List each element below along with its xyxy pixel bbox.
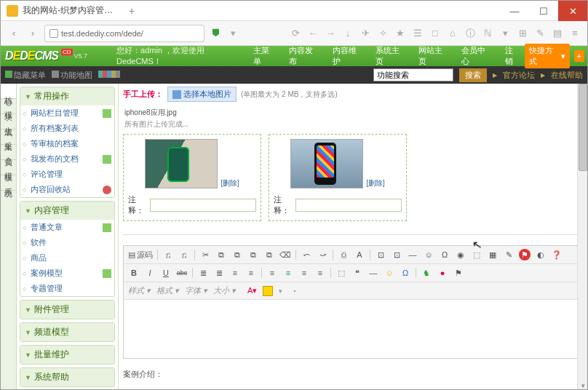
editor-icon[interactable]: ⧉	[263, 249, 275, 260]
toolbar-icon[interactable]: ✎	[533, 28, 547, 39]
text-color-button[interactable]: A▾	[247, 286, 257, 295]
toolbar-icon[interactable]: ☰	[411, 28, 424, 39]
delete-image-link[interactable]: [删除]	[220, 178, 239, 188]
editor-icon[interactable]: ☺	[384, 267, 395, 279]
editor-icon[interactable]: ≣	[197, 267, 209, 279]
editor-icon[interactable]: A	[354, 249, 365, 260]
editor-icon[interactable]: ❝	[351, 267, 363, 279]
menu-item[interactable]: 内容发布	[283, 43, 323, 69]
editor-icon[interactable]: ≡	[245, 267, 257, 279]
editor-icon[interactable]: ⎌	[178, 249, 190, 260]
toolbar-icon[interactable]: ✈	[359, 28, 372, 39]
function-search-input[interactable]	[373, 68, 453, 81]
more-button[interactable]	[294, 290, 295, 292]
group-header[interactable]: ▼系统帮助	[20, 368, 114, 386]
editor-icon[interactable]: ⧉	[215, 249, 227, 260]
annotation-input[interactable]	[150, 199, 256, 212]
help-link[interactable]: 在线帮助	[551, 70, 583, 81]
menu-item[interactable]: 主菜单	[247, 43, 280, 69]
group-header[interactable]: ▼常用操作	[20, 87, 114, 106]
vtab-core[interactable]: 核心	[1, 84, 16, 99]
editor-canvas[interactable]	[124, 300, 582, 358]
editor-icon[interactable]: ≣	[213, 267, 225, 279]
group-header[interactable]: ▼批量维护	[20, 346, 114, 364]
toolbar-icon[interactable]: ✧	[376, 28, 389, 39]
toolbar-icon[interactable]: ⊞	[516, 28, 529, 39]
scrollbar-thumb[interactable]	[579, 84, 587, 171]
minimize-button[interactable]: —	[500, 1, 529, 21]
menu-item[interactable]: 网站主页	[413, 43, 453, 69]
menu-button[interactable]: ≡	[568, 28, 581, 39]
editor-icon[interactable]: ≡	[266, 267, 278, 279]
tab-title[interactable]: 我的网站-织梦内容管理系...	[23, 4, 117, 17]
editor-icon[interactable]: ▦	[487, 249, 498, 260]
toolbar-icon[interactable]: ▾	[498, 28, 512, 39]
editor-icon[interactable]: ⤺	[301, 249, 312, 260]
sidebar-item[interactable]: 专题管理	[20, 281, 114, 296]
editor-icon[interactable]: —	[368, 267, 379, 279]
new-tab-button[interactable]: +	[129, 5, 135, 17]
scrollbar[interactable]: ▾	[577, 84, 587, 390]
editor-icon[interactable]: Ω	[400, 267, 411, 279]
choose-image-button[interactable]: 选择本地图片	[167, 87, 237, 102]
strike-button[interactable]: abc	[176, 267, 188, 279]
editor-icon[interactable]: ≡	[298, 267, 310, 279]
editor-icon[interactable]: ◉	[455, 249, 466, 260]
sidebar-item[interactable]: 所有档案列表	[20, 121, 114, 136]
nav-forward-button[interactable]: ›	[25, 26, 40, 41]
vtab-generate[interactable]: 生成	[1, 114, 16, 130]
vtab-system[interactable]: 系统	[1, 175, 16, 191]
editor-icon[interactable]: ⌫	[279, 249, 291, 260]
editor-icon[interactable]: ☺	[423, 249, 434, 260]
quick-add-button[interactable]: +	[574, 50, 584, 62]
search-button[interactable]: 搜索	[459, 68, 487, 82]
sidebar-item[interactable]: 网站栏目管理	[20, 106, 114, 121]
editor-icon[interactable]: Ω	[439, 249, 450, 260]
editor-icon[interactable]: ⤻	[317, 249, 328, 260]
editor-icon[interactable]: ≡	[282, 267, 294, 279]
toolbar-icon[interactable]: ⓘ	[464, 27, 477, 40]
toolbar-icon[interactable]: ▤	[551, 28, 564, 39]
group-header[interactable]: ▼附件管理	[20, 301, 114, 319]
editor-icon[interactable]: ⧉	[247, 249, 259, 260]
editor-icon[interactable]: —	[407, 249, 418, 260]
editor-icon[interactable]: ⊡	[391, 249, 402, 260]
vtab-template[interactable]: 模板	[1, 160, 16, 175]
shield-icon[interactable]: ⛊	[209, 28, 222, 39]
font-dropdown[interactable]: 字体 ▾	[185, 285, 207, 296]
editor-icon[interactable]: ≡	[314, 267, 326, 279]
editor-icon[interactable]: ⎌	[162, 249, 174, 260]
sidebar-item[interactable]: 普通文章	[20, 220, 114, 235]
vtab-module[interactable]: 模块	[1, 99, 16, 114]
menu-item[interactable]: 注销	[499, 43, 525, 69]
editor-icon[interactable]: ✎	[503, 249, 514, 260]
annotation-input[interactable]	[295, 199, 402, 212]
menu-item[interactable]: 内容维护	[327, 43, 367, 69]
sidebar-item[interactable]: 评论管理	[20, 167, 114, 182]
url-input[interactable]: test.dedediy.com/dede/	[44, 25, 204, 42]
toolbar-icon[interactable]: ⌂	[446, 28, 459, 39]
scroll-down-icon[interactable]: ▾	[578, 381, 587, 390]
editor-icon[interactable]: ◐	[535, 249, 547, 260]
editor-icon[interactable]: ❓	[551, 249, 563, 260]
toolbar-icon[interactable]: ↓	[341, 28, 354, 39]
italic-button[interactable]: I	[144, 267, 156, 279]
sidebar-item[interactable]: 软件	[20, 235, 114, 250]
quick-access-button[interactable]: 快捷方式▾	[525, 44, 569, 68]
underline-button[interactable]: U	[160, 267, 172, 279]
sidebar-item[interactable]: 案例模型	[20, 266, 114, 281]
editor-icon[interactable]: ●	[437, 267, 448, 279]
editor-icon[interactable]: ⚑	[519, 249, 531, 260]
sidebar-item[interactable]: 内容回收站	[20, 182, 114, 197]
editor-icon[interactable]: ♞	[421, 267, 432, 279]
theme-colors[interactable]	[98, 71, 120, 79]
toolbar-icon[interactable]: ★	[394, 28, 407, 39]
sidebar-item[interactable]: 我发布的文档	[20, 151, 114, 167]
bg-color-button[interactable]	[263, 286, 273, 296]
editor-icon[interactable]: ✂	[199, 249, 211, 260]
sidebar-item[interactable]: 等审核的档案	[20, 136, 114, 151]
toolbar-icon[interactable]: □	[429, 28, 442, 39]
toolbar-icon[interactable]: ℕ	[481, 28, 494, 39]
style-dropdown[interactable]: 样式 ▾	[128, 285, 151, 296]
image-thumbnail[interactable]	[145, 139, 218, 188]
